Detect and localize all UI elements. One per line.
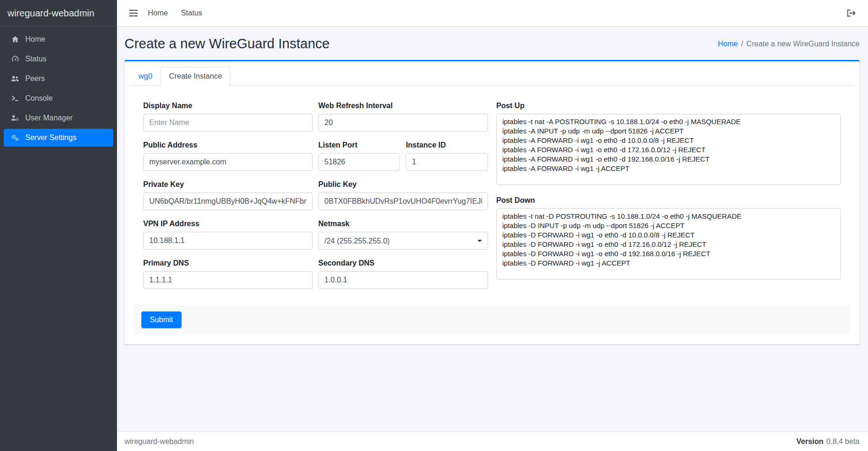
sidebar-item-label: Server Settings [25, 133, 76, 142]
tab-wg0[interactable]: wg0 [130, 67, 160, 86]
sidebar-item-user-manager[interactable]: User Manager [4, 109, 113, 127]
post-down-textarea[interactable]: iptables -t nat -D POSTROUTING -s 10.188… [496, 208, 841, 280]
secondary-dns-input[interactable] [318, 271, 488, 289]
sidebar-item-console[interactable]: Console [4, 89, 113, 107]
navbar-link-status[interactable]: Status [175, 5, 209, 21]
form-right-column: Post Up iptables -t nat -A POSTROUTING -… [496, 102, 841, 298]
sidebar-item-peers[interactable]: Peers [4, 70, 113, 88]
top-navbar: Home Status [117, 0, 868, 27]
gauge-icon [8, 55, 22, 63]
public-address-input[interactable] [143, 153, 313, 171]
public-key-input[interactable] [318, 192, 488, 210]
instance-id-label: Instance ID [406, 141, 488, 149]
content-header: Create a new WireGuard Instance Home / C… [117, 27, 868, 57]
web-refresh-interval-input[interactable] [318, 114, 488, 132]
display-name-input[interactable] [143, 114, 313, 132]
page-footer: wireguard-webadmin Version 0.8.4 beta [117, 431, 868, 451]
display-name-label: Display Name [143, 102, 313, 110]
terminal-icon [8, 95, 22, 102]
users-gear-icon [8, 114, 22, 122]
breadcrumb-current: Create a new WireGuard Instance [746, 40, 860, 48]
sign-out-icon[interactable] [843, 7, 860, 20]
vpn-ip-input[interactable] [143, 232, 313, 250]
sidebar-item-label: Status [25, 55, 46, 63]
private-key-label: Private Key [143, 180, 313, 189]
instance-card: wg0 Create Instance Display Name [124, 60, 860, 344]
vpn-ip-label: VPN IP Address [143, 220, 313, 228]
page-title: Create a new WireGuard Instance [124, 36, 329, 52]
public-address-label: Public Address [143, 141, 313, 149]
submit-button[interactable]: Submit [141, 311, 182, 328]
brand-link[interactable]: wireguard-webadmin [0, 0, 117, 27]
breadcrumb-home-link[interactable]: Home [718, 40, 738, 48]
netmask-label: Netmask [318, 220, 488, 228]
content: Create a new WireGuard Instance Home / C… [117, 27, 868, 431]
post-down-label: Post Down [496, 196, 841, 205]
netmask-select-wrap: /24 (255.255.255.0) [318, 232, 488, 250]
footer-version-value: 0.8.4 beta [826, 437, 860, 446]
footer-version: Version 0.8.4 beta [796, 437, 860, 446]
gears-icon [8, 134, 22, 141]
sidebar-item-status[interactable]: Status [4, 50, 113, 68]
sidebar-item-server-settings[interactable]: Server Settings [4, 129, 113, 147]
sidebar-item-label: Peers [25, 74, 45, 83]
users-icon [8, 75, 22, 82]
instance-form: Display Name Web Refresh Interval Public… [134, 95, 850, 298]
primary-dns-label: Primary DNS [143, 259, 313, 267]
listen-port-input[interactable] [318, 153, 400, 171]
post-up-textarea[interactable]: iptables -t nat -A POSTROUTING -s 10.188… [496, 114, 841, 185]
home-icon [8, 36, 22, 43]
sidebar: wireguard-webadmin Home Status Peers Con… [0, 0, 117, 451]
listen-port-label: Listen Port [318, 141, 400, 149]
form-footer: Submit [134, 305, 850, 335]
sidebar-item-label: Home [25, 35, 45, 44]
footer-version-label: Version [796, 437, 824, 446]
card-body: Display Name Web Refresh Interval Public… [124, 86, 860, 344]
footer-app-name: wireguard-webadmin [124, 437, 194, 446]
breadcrumb: Home / Create a new WireGuard Instance [718, 40, 860, 48]
sidebar-nav: Home Status Peers Console User Manager [0, 27, 117, 152]
private-key-input[interactable] [143, 192, 313, 210]
sidebar-item-label: Console [25, 94, 53, 103]
card-header: wg0 Create Instance [124, 61, 860, 86]
secondary-dns-label: Secondary DNS [318, 259, 488, 267]
hamburger-icon[interactable] [125, 7, 141, 19]
public-key-label: Public Key [318, 180, 488, 189]
primary-dns-input[interactable] [143, 271, 313, 289]
netmask-select[interactable]: /24 (255.255.255.0) [318, 232, 488, 250]
post-up-label: Post Up [496, 102, 841, 110]
form-left-column: Display Name Web Refresh Interval Public… [143, 102, 488, 298]
instance-id-input[interactable] [406, 153, 488, 171]
main-column: Home Status Create a new WireGuard Insta… [117, 0, 868, 451]
sidebar-item-home[interactable]: Home [4, 30, 113, 48]
sidebar-item-label: User Manager [25, 114, 73, 122]
tab-create-instance[interactable]: Create Instance [160, 67, 230, 86]
instance-tabs: wg0 Create Instance [130, 67, 854, 86]
web-refresh-interval-label: Web Refresh Interval [318, 102, 488, 110]
navbar-link-home[interactable]: Home [141, 5, 175, 21]
breadcrumb-separator: / [741, 40, 743, 48]
